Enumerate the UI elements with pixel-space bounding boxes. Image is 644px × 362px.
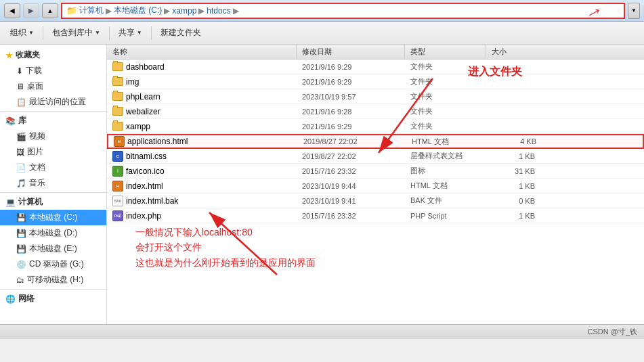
file-date-cell: 2023/10/19 9:57	[297, 93, 405, 101]
sidebar-item-music[interactable]: 🎵 音乐	[0, 175, 106, 191]
new-folder-button[interactable]: 新建文件夹	[154, 24, 207, 42]
sidebar-item-picture[interactable]: 🖼 图片	[0, 144, 106, 160]
file-name-cell: phpLearn	[107, 92, 297, 101]
drive-d[interactable]: 💾 本地磁盘 (D:)	[0, 225, 106, 241]
file-name-cell: xampp	[107, 122, 297, 131]
toolbar-sep3	[151, 26, 152, 40]
file-size-cell: 1 KB	[486, 182, 540, 190]
file-date-cell: 2023/10/19 9:44	[297, 182, 405, 190]
file-date-cell: 2021/9/16 9:29	[297, 78, 405, 86]
share-button[interactable]: 共享 ▼	[112, 24, 148, 42]
table-row[interactable]: BAK index.html.bak 2023/10/19 9:41 BAK 文…	[107, 194, 644, 208]
drive-h-icon: 🗂	[16, 275, 24, 285]
organize-button[interactable]: 组织 ▼	[4, 24, 40, 42]
favorites-header[interactable]: ★ 收藏夹	[0, 47, 106, 63]
network-header[interactable]: 🌐 网络	[0, 291, 106, 307]
star-icon: ★	[5, 51, 13, 60]
file-name-cell: H index.html	[107, 181, 297, 191]
recent-icon: 📋	[16, 97, 26, 107]
file-type-cell: PHP Script	[405, 212, 486, 220]
include-library-caret: ▼	[95, 30, 100, 36]
file-date-cell: 2021/9/16 9:29	[297, 63, 405, 71]
file-type-cell: 文件夹	[405, 62, 486, 72]
breadcrumb-sep1: ▶	[106, 6, 112, 16]
breadcrumb-htdocs[interactable]: htdocs	[207, 6, 230, 16]
back-button[interactable]: ◀	[4, 3, 20, 18]
drive-g[interactable]: 💿 CD 驱动器 (G:)	[0, 256, 106, 272]
address-dropdown[interactable]: ▼	[628, 3, 640, 19]
file-date-cell: 2019/8/27 22:02	[297, 152, 405, 160]
file-name-cell: PHP index.php	[107, 210, 297, 221]
computer-icon: 💻	[5, 198, 16, 207]
sidebar-item-recent[interactable]: 📋 最近访问的位置	[0, 94, 106, 110]
up-button[interactable]: ▲	[42, 3, 58, 18]
drive-e[interactable]: 💾 本地磁盘 (E:)	[0, 241, 106, 256]
file-list-area: 名称 修改日期 类型 大小 dashboard 2021/9/16 9:29 文…	[107, 45, 644, 324]
file-type-cell: 文件夹	[405, 91, 486, 101]
file-type-cell: 图标	[405, 166, 486, 176]
organize-caret: ▼	[28, 30, 34, 36]
sidebar-item-download[interactable]: ⬇ 下载	[0, 63, 106, 78]
sidebar-item-document[interactable]: 📄 文档	[0, 160, 106, 175]
sidebar-item-video[interactable]: 🎬 视频	[0, 129, 106, 144]
library-icon: 📚	[5, 116, 16, 126]
table-row[interactable]: H applications.html 2019/8/27 22:02 HTML…	[107, 134, 644, 149]
sidebar-item-desktop[interactable]: 🖥 桌面	[0, 78, 106, 94]
breadcrumb-xampp[interactable]: xampp	[172, 6, 196, 16]
file-size-cell: 4 KB	[488, 137, 542, 145]
col-header-type[interactable]: 类型	[405, 45, 486, 59]
organize-label: 组织	[10, 27, 26, 39]
share-label: 共享	[119, 27, 135, 39]
network-icon: 🌐	[5, 294, 16, 304]
include-library-button[interactable]: 包含到库中 ▼	[46, 24, 106, 42]
file-size-cell: 1 KB	[486, 152, 540, 160]
picture-icon: 🖼	[16, 148, 24, 157]
table-row[interactable]: xampp 2021/9/16 9:29 文件夹	[107, 119, 644, 134]
table-row[interactable]: img 2021/9/16 9:29 文件夹	[107, 74, 644, 89]
table-row[interactable]: phpLearn 2023/10/19 9:57 文件夹	[107, 89, 644, 104]
breadcrumb-c[interactable]: 本地磁盘 (C:)	[114, 5, 162, 16]
file-name-cell: C bitnami.css	[107, 151, 297, 162]
drive-d-icon: 💾	[16, 229, 26, 238]
col-header-date[interactable]: 修改日期	[297, 45, 405, 59]
file-date-cell: 2021/9/16 9:29	[297, 122, 405, 131]
file-date-cell: 2015/7/16 23:32	[297, 212, 405, 220]
breadcrumb-sep2: ▶	[164, 6, 170, 16]
computer-header[interactable]: 💻 计算机	[0, 194, 106, 210]
forward-button[interactable]: ▶	[23, 3, 39, 18]
file-rows: dashboard 2021/9/16 9:29 文件夹 img 2021/9/…	[107, 60, 644, 223]
new-folder-label: 新建文件夹	[160, 27, 201, 39]
col-header-name[interactable]: 名称	[107, 45, 297, 59]
file-name-cell: dashboard	[107, 62, 297, 72]
sidebar: ★ 收藏夹 ⬇ 下载 🖥 桌面 📋 最近访问的位置 📚 库	[0, 45, 107, 324]
drive-h[interactable]: 🗂 可移动磁盘 (H:)	[0, 272, 106, 288]
table-row[interactable]: H index.html 2023/10/19 9:44 HTML 文档 1 K…	[107, 179, 644, 194]
address-box[interactable]: 📁 计算机 ▶ 本地磁盘 (C:) ▶ xampp ▶ htdocs ▶	[61, 3, 625, 19]
libraries-header[interactable]: 📚 库	[0, 113, 106, 129]
table-row[interactable]: PHP index.php 2015/7/16 23:32 PHP Script…	[107, 208, 644, 223]
drive-c[interactable]: 💾 本地磁盘 (C:)	[0, 210, 106, 225]
breadcrumb-computer[interactable]: 计算机	[79, 5, 104, 16]
drive-c-icon: 💾	[16, 213, 26, 223]
table-row[interactable]: dashboard 2021/9/16 9:29 文件夹	[107, 60, 644, 74]
file-size-cell: 31 KB	[486, 167, 540, 175]
toolbar-sep2	[109, 26, 110, 40]
table-row[interactable]: webalizer 2021/9/16 9:28 文件夹	[107, 104, 644, 119]
file-type-cell: 文件夹	[405, 121, 486, 131]
file-name-cell: webalizer	[107, 107, 297, 116]
share-caret: ▼	[137, 30, 142, 36]
file-name-cell: img	[107, 77, 297, 87]
breadcrumb-sep3: ▶	[198, 6, 205, 16]
file-name-cell: H applications.html	[108, 136, 298, 147]
main-content: ★ 收藏夹 ⬇ 下载 🖥 桌面 📋 最近访问的位置 📚 库	[0, 45, 644, 324]
col-header-size[interactable]: 大小	[486, 45, 540, 59]
drive-e-icon: 💾	[16, 244, 26, 254]
video-icon: 🎬	[16, 132, 26, 141]
file-name-cell: I favicon.ico	[107, 166, 297, 177]
table-row[interactable]: C bitnami.css 2019/8/27 22:02 层叠样式表文档 1 …	[107, 149, 644, 164]
divider3	[0, 289, 106, 290]
status-bar: CSDN @寸_铁	[0, 324, 644, 339]
table-row[interactable]: I favicon.ico 2015/7/16 23:32 图标 31 KB	[107, 164, 644, 179]
breadcrumb-sep4: ▶	[233, 6, 239, 16]
file-type-cell: 文件夹	[405, 106, 486, 116]
